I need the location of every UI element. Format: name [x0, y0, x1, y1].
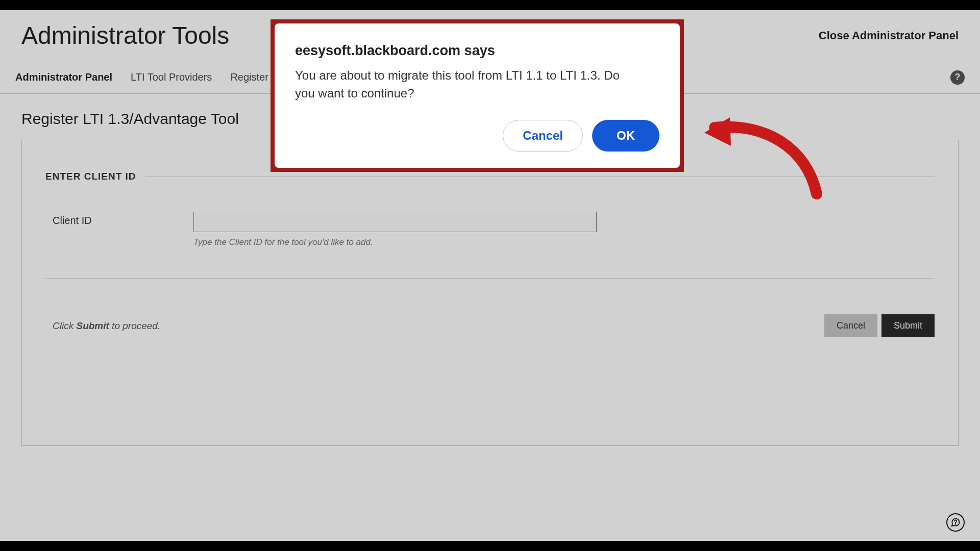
svg-point-0: [955, 524, 956, 524]
help-icon[interactable]: ?: [950, 70, 965, 85]
client-id-hint: Type the Client ID for the tool you'd li…: [193, 237, 597, 247]
dialog-ok-button[interactable]: OK: [592, 120, 659, 152]
app-stage: Administrator Tools Close Administrator …: [0, 10, 980, 541]
fieldset-divider-line: [145, 177, 935, 177]
close-admin-panel-link[interactable]: Close Administrator Panel: [819, 29, 959, 42]
annotation-highlight-frame: eesysoft.blackboard.com says You are abo…: [271, 19, 684, 172]
fieldset-header: ENTER CLIENT ID: [45, 171, 935, 182]
dialog-cancel-button[interactable]: Cancel: [503, 120, 583, 152]
form-footer: Click Submit to proceed. Cancel Submit: [45, 314, 935, 337]
dialog-message: You are about to migrate this tool from …: [295, 67, 642, 103]
client-id-row: Client ID Type the Client ID for the too…: [45, 212, 935, 247]
breadcrumb-lti-providers[interactable]: LTI Tool Providers: [131, 71, 212, 83]
page-title: Administrator Tools: [21, 21, 229, 49]
client-id-input[interactable]: [193, 212, 597, 232]
proceed-note-suffix: to proceed.: [109, 320, 160, 331]
proceed-note-prefix: Click: [53, 320, 76, 331]
proceed-note: Click Submit to proceed.: [45, 320, 160, 332]
floating-help-icon[interactable]: [946, 513, 965, 532]
form-divider: [45, 278, 935, 279]
dialog-title: eesysoft.blackboard.com says: [295, 43, 659, 59]
dialog-actions: Cancel OK: [295, 120, 659, 152]
proceed-note-strong: Submit: [76, 320, 109, 331]
confirm-dialog: eesysoft.blackboard.com says You are abo…: [275, 23, 680, 168]
client-id-label: Client ID: [45, 212, 193, 227]
form-submit-button[interactable]: Submit: [881, 314, 935, 337]
fieldset-label: ENTER CLIENT ID: [45, 171, 136, 182]
form-cancel-button[interactable]: Cancel: [824, 314, 877, 337]
breadcrumb-admin-panel[interactable]: Administrator Panel: [15, 71, 112, 83]
form-card: ENTER CLIENT ID Client ID Type the Clien…: [21, 140, 959, 446]
chat-question-icon: [950, 517, 961, 528]
